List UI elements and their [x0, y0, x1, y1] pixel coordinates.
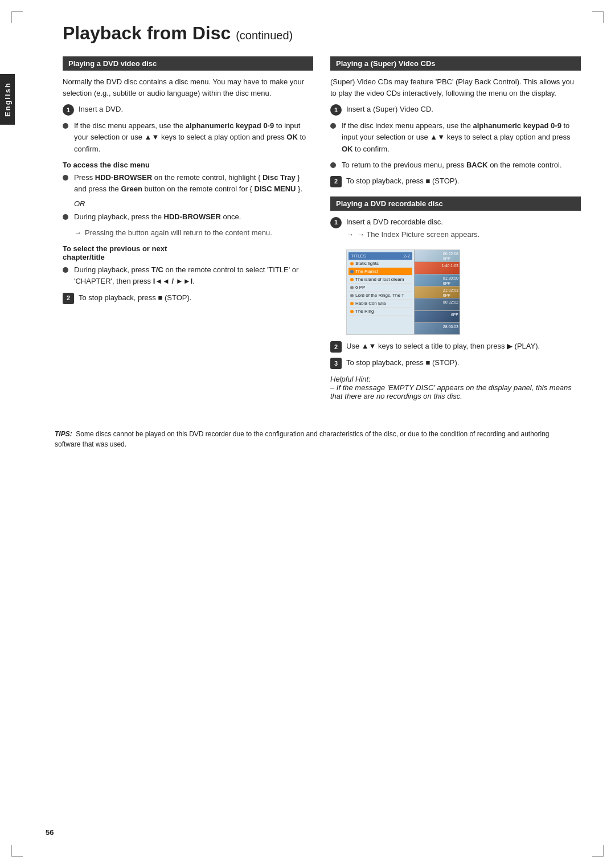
tips-label: TIPS:: [55, 430, 72, 438]
thumb-1-time: 00:22:085PP: [443, 251, 458, 261]
thumb-7-time: 28:06:03: [443, 324, 458, 329]
thumb-2: 1:40:1:03: [415, 262, 460, 274]
title-main: Playback from Disc: [63, 23, 231, 43]
step2-number-left: 2: [63, 293, 74, 304]
step1-insert-dvd: 1 Insert a DVD.: [63, 104, 313, 116]
bullet-disc-menu-alpha: If the disc menu appears, use the alphan…: [63, 120, 313, 154]
bullet-dot-4: [63, 267, 68, 273]
content-columns: Playing a DVD video disc Normally the DV…: [46, 56, 581, 400]
index-titles-label: TITLES: [351, 253, 366, 259]
index-row-1: Static lights: [348, 260, 412, 268]
idx-title-5: Lord of the Rings, The T: [355, 293, 404, 298]
idx-dot-3: [350, 278, 354, 281]
thumb-3-time: 01:20:006PP: [443, 276, 458, 286]
arrow-index-screen: → → The Index Picture screen appears.: [346, 229, 479, 240]
bullet-back: To return to the previous menu, press BA…: [330, 159, 581, 171]
section-super-vcd-header: Playing a (Super) Video CDs: [330, 56, 581, 71]
section-dvd-video-header: Playing a DVD video disc: [63, 56, 313, 71]
title-continued: (continued): [236, 29, 293, 42]
arrow-text-2: → The Index Picture screen appears.: [357, 229, 479, 240]
step1-insert-recordable: 1 Insert a DVD recordable disc. → → The …: [330, 216, 581, 244]
arrow-sym-2: →: [346, 229, 354, 240]
bullet-svcd-dot-2: [330, 162, 336, 168]
left-column: Playing a DVD video disc Normally the DV…: [63, 56, 313, 400]
bullet-playback-hdd: During playback, press the HDD-BROWSER o…: [63, 211, 313, 223]
right-column: Playing a (Super) Video CDs (Super) Vide…: [330, 56, 581, 400]
arrow-sym-1: →: [74, 227, 81, 239]
index-count: 2-2: [403, 253, 410, 259]
step2-rec-number: 2: [330, 341, 342, 353]
idx-dot-4: [350, 286, 354, 289]
thumb-4-time: 21:02:036PP: [443, 288, 458, 298]
step2-select-title: 2 Use ▲▼ keys to select a title to play,…: [330, 341, 581, 353]
step1-rec-number: 1: [330, 217, 342, 228]
section-dvd-recordable-header: Playing a DVD recordable disc: [330, 196, 581, 211]
step3-number: 3: [330, 358, 342, 369]
index-row-3: The island of lost dream: [348, 276, 412, 284]
idx-dot-5: [350, 294, 354, 297]
idx-title-3: The island of lost dream: [355, 277, 404, 282]
bullet-svcd-alpha-text: If the disc index menu appears, use the …: [342, 120, 581, 154]
arrow-text-1: Pressing the button again will return to…: [85, 227, 272, 239]
subheading-prev-next: To select the previous or nextchapter/ti…: [63, 244, 313, 261]
index-row-4: 6 PP: [348, 284, 412, 292]
step1-insert-svcd: 1 Insert a (Super) Video CD.: [330, 104, 581, 116]
bullet-back-text: To return to the previous menu, press BA…: [342, 159, 562, 171]
bullet-dot-1: [63, 123, 68, 129]
thumb-2-time: 1:40:1:03: [442, 263, 458, 268]
idx-dot-6: [350, 302, 354, 305]
index-title-bar: TITLES 2-2: [348, 252, 412, 260]
subheading-access-disc-menu: To access the disc menu: [63, 161, 313, 169]
thumb-5-time: 00:32:02: [443, 300, 458, 305]
index-row-6: Habla Con Ella: [348, 300, 412, 308]
index-title-list: TITLES 2-2 Static lights The Pianist The…: [347, 250, 415, 334]
step2-stop-left: 2 To stop playback, press ■ (STOP).: [63, 292, 313, 304]
thumb-4: 21:02:036PP: [415, 286, 460, 298]
step3-text: To stop playback, press ■ (STOP).: [346, 357, 459, 369]
step1-rec-text: Insert a DVD recordable disc.: [346, 218, 443, 226]
thumb-6-time: 6PP: [451, 312, 458, 317]
idx-title-6: Habla Con Ella: [355, 301, 386, 306]
idx-dot-2: [350, 270, 354, 273]
bullet-tc-text: During playback, press T/C on the remote…: [74, 264, 313, 287]
or-separator: OR: [74, 199, 313, 208]
step1-number: 1: [63, 104, 74, 116]
bullet-svcd-dot-1: [330, 123, 336, 129]
hint-text: – If the message 'EMPTY DISC' appears on…: [330, 383, 572, 400]
step2-text-left: To stop playback, press ■ (STOP).: [79, 292, 191, 304]
idx-title-7: The Ring: [355, 309, 374, 314]
idx-title-4: 6 PP: [355, 285, 365, 290]
thumb-7: 28:06:03: [415, 323, 460, 334]
arrow-pressing-again: → Pressing the button again will return …: [74, 227, 313, 239]
bullet-dot-2: [63, 175, 68, 181]
section1-body-text: Normally the DVD disc contains a disc me…: [63, 76, 313, 99]
thumb-5: 00:32:02: [415, 298, 460, 310]
bullet1-text: If the disc menu appears, use the alphan…: [74, 120, 313, 154]
step2-svcd-text: To stop playback, press ■ (STOP).: [346, 175, 459, 187]
index-row-2: The Pianist: [348, 268, 412, 276]
bullet-dot-3: [63, 214, 68, 220]
thumb-3: 01:20:006PP: [415, 275, 460, 286]
section2-body-text: (Super) Video CDs may feature 'PBC' (Pla…: [330, 76, 581, 99]
step3-stop: 3 To stop playback, press ■ (STOP).: [330, 357, 581, 369]
idx-title-1: Static lights: [355, 261, 379, 266]
tips-section: TIPS: Some discs cannot be played on thi…: [46, 423, 581, 455]
step2-stop-svcd: 2 To stop playback, press ■ (STOP).: [330, 175, 581, 187]
idx-dot-1: [350, 262, 354, 265]
hint-title: Helpful Hint:: [330, 375, 371, 383]
thumb-1: 00:22:085PP: [415, 250, 460, 262]
tips-text: Some discs cannot be played on this DVD …: [55, 430, 550, 448]
bullet-tc: During playback, press T/C on the remote…: [63, 264, 313, 287]
bullet-playback-hdd-text: During playback, press the HDD-BROWSER o…: [74, 211, 241, 223]
bullet-svcd-alpha: If the disc index menu appears, use the …: [330, 120, 581, 154]
step1-text: Insert a DVD.: [79, 104, 123, 115]
index-row-5: Lord of the Rings, The T: [348, 292, 412, 300]
idx-title-2: The Pianist: [355, 269, 378, 274]
page-title: Playback from Disc (continued): [46, 23, 581, 44]
step2-rec-text: Use ▲▼ keys to select a title to play, t…: [346, 341, 540, 352]
thumb-6: 6PP: [415, 311, 460, 323]
step1-rec-content: Insert a DVD recordable disc. → → The In…: [346, 216, 479, 244]
step1-svcd-text: Insert a (Super) Video CD.: [346, 104, 433, 115]
step1-svcd-number: 1: [330, 104, 342, 116]
index-thumbnails: 00:22:085PP 1:40:1:03 01:20:006PP 21:02:…: [415, 250, 460, 334]
